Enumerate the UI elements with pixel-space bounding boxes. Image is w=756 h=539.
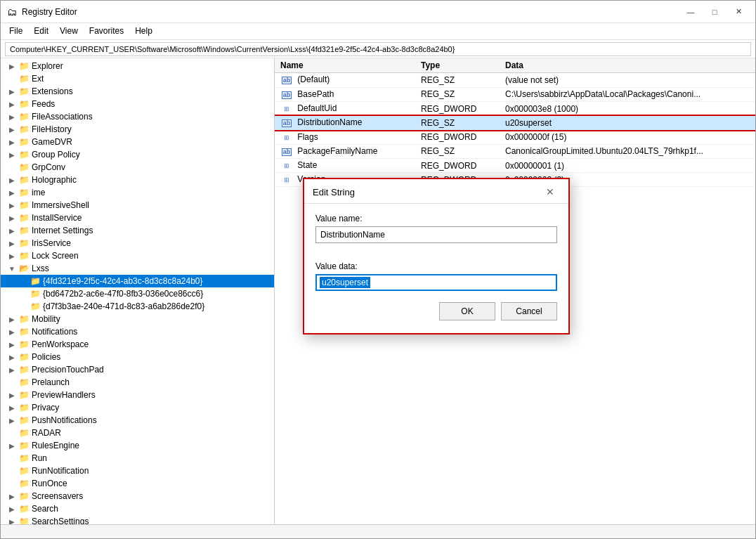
menu-view[interactable]: View: [54, 25, 84, 38]
dialog-title-bar: Edit String ✕: [304, 179, 568, 204]
window-controls: — □ ✕: [679, 5, 750, 19]
value-name-label: Value name:: [315, 214, 557, 223]
registry-editor-window: 🗂 Registry Editor — □ ✕ File Edit View F…: [0, 0, 756, 539]
menu-file[interactable]: File: [4, 25, 28, 38]
address-bar: [1, 40, 755, 58]
address-input[interactable]: [5, 42, 751, 56]
menu-favorites[interactable]: Favorites: [84, 25, 129, 38]
dialog-buttons: OK Cancel: [315, 302, 557, 323]
ok-button[interactable]: OK: [439, 302, 495, 320]
value-name-input[interactable]: [315, 226, 557, 243]
dialog-close-button[interactable]: ✕: [540, 185, 560, 199]
menu-edit[interactable]: Edit: [28, 25, 54, 38]
value-data-selected-text: u20superset: [320, 277, 370, 288]
dialog-title-text: Edit String: [313, 187, 355, 197]
app-icon: 🗂: [6, 6, 18, 18]
value-name-wrapper: [315, 226, 557, 252]
menu-help[interactable]: Help: [129, 25, 158, 38]
status-bar: [1, 524, 755, 538]
main-content: ▶ 📁 Explorer 📁 Ext ▶ 📁 Extensions ▶ 📁 Fe…: [1, 58, 755, 524]
minimize-button[interactable]: —: [679, 5, 702, 19]
value-data-input-container: u20superset: [315, 274, 557, 291]
menu-bar: File Edit View Favorites Help: [1, 23, 755, 40]
value-data-wrapper: u20superset: [315, 274, 557, 291]
dialog-content: Value name: Value data: u20superset OK C…: [304, 204, 568, 333]
title-bar: 🗂 Registry Editor — □ ✕: [1, 1, 755, 23]
window-title: Registry Editor: [22, 7, 679, 17]
cancel-button[interactable]: Cancel: [501, 302, 557, 320]
close-button[interactable]: ✕: [727, 5, 750, 19]
edit-string-dialog: Edit String ✕ Value name: Value data: u2…: [303, 178, 570, 335]
maximize-button[interactable]: □: [703, 5, 726, 19]
value-data-label: Value data:: [315, 261, 557, 271]
